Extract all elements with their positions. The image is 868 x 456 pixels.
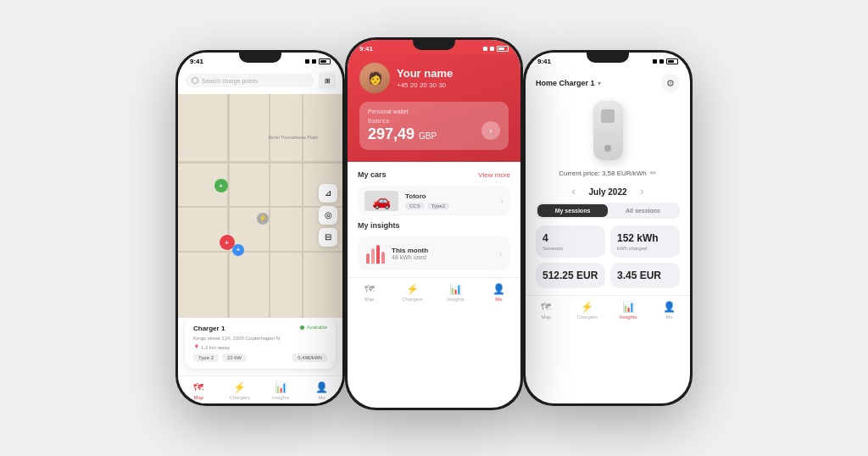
stat-kwh-label: kWh charged — [617, 246, 673, 251]
insights-chevron: › — [499, 249, 502, 259]
stat-cost2-value: 3.45 EUR — [617, 270, 673, 281]
phone-profile: 9:41 🧑 Your name +45 20 — [345, 37, 523, 410]
availability-badge: Available — [300, 325, 327, 330]
home-charger-title: Home Charger 1 — [536, 79, 595, 87]
nav-me-label: Me — [319, 395, 326, 400]
user-phone: +45 20 20 30 30 — [397, 81, 509, 89]
car-name: Totoro — [405, 192, 494, 200]
nav-chargers-m[interactable]: ⚡ Chargers — [391, 283, 434, 302]
nav-me[interactable]: 👤 Me — [302, 381, 343, 400]
map-filter-buttons: ⊿ ◎ ⊟ — [319, 184, 337, 247]
car-tag-ccs: CCS — [405, 203, 425, 209]
nav-chargers-r[interactable]: ⚡ Chargers — [567, 301, 609, 320]
nav-chargers[interactable]: ⚡ Chargers — [220, 381, 261, 400]
balance-amount: 297,49 GBP — [368, 125, 437, 142]
status-bar-middle: 9:41 — [348, 40, 520, 54]
bottom-nav-right: 🗺 Map ⚡ Chargers 📊 Insights 👤 Me — [526, 295, 690, 323]
time-left: 9:41 — [190, 58, 203, 65]
nav-map[interactable]: 🗺 Map — [178, 381, 220, 400]
wallet-card[interactable]: Personal wallet Balance 297,49 GBP › — [359, 102, 509, 150]
stat-kwh-value: 152 kWh — [617, 232, 673, 244]
map-view-button[interactable]: ⊟ — [319, 228, 337, 247]
insights-title: My insights — [358, 221, 400, 230]
stat-cost1-value: 512.25 EUR — [542, 270, 598, 281]
phone-map: 9:41 Search charge points ⊞ — [175, 50, 345, 406]
settings-button[interactable]: ⚙ — [661, 74, 680, 92]
sessions-toggle: My sessions All sessions — [536, 203, 680, 219]
nav-chargers-label: Chargers — [229, 395, 250, 400]
charger-device-image — [526, 97, 690, 165]
my-sessions-tab[interactable]: My sessions — [537, 204, 608, 217]
stat-sessions-label: Sessions — [542, 246, 598, 251]
status-bar-right: 9:41 — [526, 53, 690, 67]
dropdown-icon[interactable]: ▾ — [598, 80, 601, 87]
nav-insights-label: Insights — [272, 395, 290, 400]
search-icon — [192, 77, 198, 84]
phone-charger: 9:41 Home Charger 1 ▾ ⚙ — [523, 50, 693, 406]
search-bar: Search charge points ⊞ — [178, 67, 342, 94]
insights-card[interactable]: This month 48 kWh used › — [358, 236, 510, 270]
nav-map-m[interactable]: 🗺 Map — [348, 283, 391, 302]
balance-label: Balance — [368, 118, 437, 124]
location-button[interactable]: ◎ — [319, 206, 337, 225]
charger-address: Kings street 124, 2200 Copenhagen N — [193, 336, 327, 341]
map-pin-gray[interactable]: ⚡ — [257, 213, 269, 225]
month-navigation: ‹ July 2022 › — [526, 181, 690, 203]
tag-price: 0,49€/kWh — [292, 353, 327, 362]
nav-me-m[interactable]: 👤 Me — [477, 283, 520, 302]
bottom-nav-middle: 🗺 Map ⚡ Chargers 📊 Insights 👤 Me — [348, 277, 520, 305]
tag-power: 22 kW — [222, 353, 247, 362]
charger-device-header: Home Charger 1 ▾ ⚙ — [526, 67, 690, 97]
month-title: July 2022 — [588, 187, 626, 197]
user-avatar: 🧑 — [359, 63, 390, 93]
charger-name: Charger 1 — [193, 325, 225, 332]
time-middle: 9:41 — [359, 45, 373, 53]
car-item[interactable]: 🚗 Totoro CCS Type2 › — [358, 186, 510, 216]
status-bar-left: 9:41 — [178, 53, 342, 67]
search-placeholder: Search charge points — [202, 78, 258, 84]
car-chevron-icon: › — [501, 197, 504, 206]
price-row: Current price: 3,58 EUR/kWh ✏ — [526, 165, 690, 181]
view-more-link[interactable]: View more — [478, 171, 510, 179]
charger-device-graphic — [593, 101, 623, 160]
wallet-label: Personal wallet — [368, 108, 500, 114]
charger-distance: 📍 1.2 km away — [193, 344, 327, 350]
qr-button[interactable]: ⊞ — [319, 72, 336, 89]
search-input-wrap[interactable]: Search charge points — [185, 74, 314, 87]
nav-me-r[interactable]: 👤 Me — [649, 301, 691, 320]
edit-price-icon[interactable]: ✏ — [650, 169, 657, 177]
time-right: 9:41 — [537, 58, 551, 65]
insights-period: This month — [392, 247, 492, 254]
stat-sessions: 4 Sessions — [536, 225, 605, 258]
user-name: Your name — [397, 67, 509, 80]
stats-grid: 4 Sessions 152 kWh kWh charged 512.25 EU… — [526, 225, 690, 295]
cars-section-title: My cars — [358, 170, 387, 179]
insights-chart — [366, 243, 385, 264]
charger-card: Charger 1 Available Kings street 124, 22… — [185, 318, 336, 369]
nav-insights-r[interactable]: 📊 Insights — [608, 301, 649, 320]
stat-kwh: 152 kWh kWh charged — [610, 225, 680, 258]
stat-sessions-value: 4 — [542, 232, 598, 244]
prev-month-arrow[interactable]: ‹ — [571, 186, 575, 197]
insights-section: My insights This month 48 kWh used — [348, 221, 520, 277]
map-pin-green[interactable]: + — [214, 179, 228, 192]
insights-kwh: 48 kWh used — [392, 254, 492, 260]
bottom-nav-left: 🗺 Map ⚡ Chargers 📊 Insights 👤 Me — [178, 375, 342, 403]
stat-cost1: 512.25 EUR — [536, 263, 605, 288]
map-pin-blue[interactable]: + — [232, 244, 244, 256]
filter-button[interactable]: ⊿ — [319, 184, 337, 203]
tag-type: Type 2 — [193, 353, 219, 362]
nav-map-r[interactable]: 🗺 Map — [526, 301, 567, 320]
stat-cost2: 3.45 EUR — [610, 263, 680, 288]
nav-insights[interactable]: 📊 Insights — [260, 381, 302, 400]
map-label: Bertel Thorvaldsens Plads — [269, 135, 318, 141]
wallet-chevron[interactable]: › — [481, 121, 500, 140]
current-price: Current price: 3,58 EUR/kWh — [559, 170, 647, 177]
all-sessions-tab[interactable]: All sessions — [608, 204, 678, 217]
car-tag-type2: Type2 — [427, 203, 449, 209]
nav-insights-m[interactable]: 📊 Insights — [434, 283, 477, 302]
next-month-arrow[interactable]: › — [641, 186, 644, 197]
profile-header: 🧑 Your name +45 20 20 30 30 Personal wal… — [348, 54, 520, 162]
map-view[interactable]: Bertel Thorvaldsens Plads + ⚡ + + ⊿ ◎ ⊟ — [178, 94, 342, 318]
availability-text: Available — [307, 325, 327, 330]
